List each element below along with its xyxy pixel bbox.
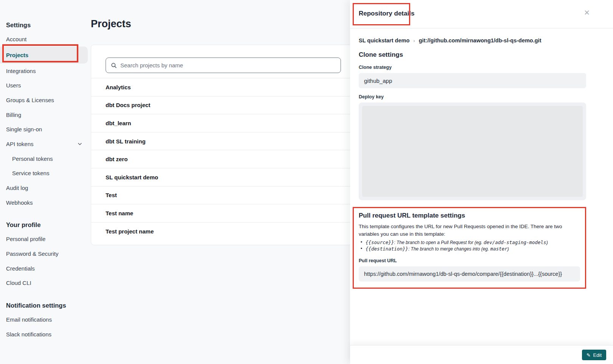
project-search [106, 58, 341, 73]
deploy-key-box [359, 103, 586, 200]
close-icon[interactable]: ✕ [583, 9, 591, 17]
pr-template-variables: {{source}}: The branch to open a Pull Re… [359, 240, 580, 252]
pr-template-heading: Pull request URL template settings [359, 212, 580, 219]
repository-details-panel: Repository details ✕ SL quickstart demo … [350, 0, 613, 364]
sidebar-item-projects-label: Projects [6, 52, 28, 58]
pull-request-url-value: https://github.com/mirnawong1/db-sl-qs-d… [359, 266, 580, 282]
panel-title: Repository details [359, 10, 414, 17]
pencil-icon: ✎ [587, 352, 591, 358]
edit-button-label: Edit [593, 352, 602, 358]
sidebar-item-credentials[interactable]: Credentials [0, 261, 88, 276]
settings-sidebar: Settings Account Projects Integrations U… [0, 18, 88, 342]
sidebar-section-your-profile: Your profile [0, 218, 88, 232]
clone-strategy-value: github_app [359, 73, 586, 88]
page-title: Projects [91, 18, 131, 30]
sidebar-item-single-sign-on[interactable]: Single sign-on [0, 122, 88, 137]
sidebar-item-projects[interactable]: Projects [0, 47, 88, 64]
sidebar-item-personal-tokens[interactable]: Personal tokens [0, 151, 88, 166]
sidebar-item-audit-log[interactable]: Audit log [0, 180, 88, 195]
pull-request-template-section: Pull request URL template settings This … [353, 207, 586, 289]
pr-variable-destination: {{destination}}: The branch to merge cha… [359, 246, 580, 252]
sidebar-item-groups-licenses[interactable]: Groups & Licenses [0, 93, 88, 107]
pr-template-description: This template configures the URL for new… [359, 223, 580, 238]
sidebar-item-users[interactable]: Users [0, 78, 88, 93]
sidebar-item-account[interactable]: Account [0, 32, 88, 47]
sidebar-item-api-tokens[interactable]: API tokens [0, 137, 88, 151]
sidebar-item-billing[interactable]: Billing [0, 107, 88, 122]
panel-footer: ✎ Edit [350, 345, 613, 364]
clone-strategy-label: Clone strategy [359, 65, 586, 70]
panel-body: SL quickstart demo › git://github.com/mi… [350, 37, 613, 289]
edit-button[interactable]: ✎ Edit [582, 350, 606, 360]
breadcrumb: SL quickstart demo › git://github.com/mi… [359, 37, 586, 44]
sidebar-item-api-tokens-label: API tokens [6, 141, 34, 147]
sidebar-section-settings: Settings [0, 18, 88, 32]
deploy-key-redacted-value [362, 106, 583, 197]
sidebar-item-integrations[interactable]: Integrations [0, 64, 88, 78]
sidebar-section-notification-settings: Notification settings [0, 299, 88, 312]
breadcrumb-separator-icon: › [413, 38, 415, 44]
panel-header: Repository details ✕ [350, 0, 613, 28]
deploy-key-label: Deploy key [359, 94, 586, 100]
sidebar-item-slack-notifications[interactable]: Slack notifications [0, 327, 88, 342]
sidebar-item-personal-profile[interactable]: Personal profile [0, 232, 88, 247]
sidebar-item-service-tokens[interactable]: Service tokens [0, 166, 88, 181]
sidebar-item-webhooks[interactable]: Webhooks [0, 195, 88, 210]
sidebar-item-password-security[interactable]: Password & Security [0, 246, 88, 261]
pull-request-url-label: Pull request URL [359, 258, 580, 263]
search-input[interactable] [120, 62, 341, 68]
clone-settings-heading: Clone settings [359, 51, 586, 59]
breadcrumb-project: SL quickstart demo [359, 37, 409, 44]
sidebar-item-cloud-cli[interactable]: Cloud CLI [0, 276, 88, 291]
pr-variable-source: {{source}}: The branch to open a Pull Re… [359, 240, 580, 246]
search-icon [111, 62, 117, 68]
breadcrumb-repo-url: git://github.com/mirnawong1/db-sl-qs-dem… [419, 37, 541, 44]
chevron-down-icon [77, 141, 82, 146]
sidebar-item-email-notifications[interactable]: Email notifications [0, 312, 88, 327]
